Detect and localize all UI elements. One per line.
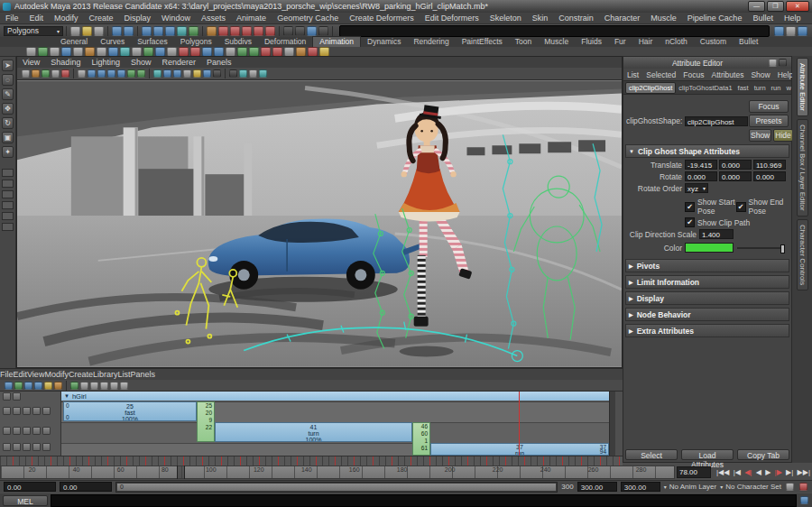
track-ghost-button[interactable]: [32, 443, 41, 451]
shelf-icon[interactable]: [97, 47, 106, 57]
trax-current-time-indicator[interactable]: [519, 392, 520, 456]
menu-item[interactable]: Modify: [49, 14, 84, 23]
trax-frame-all-icon[interactable]: [80, 382, 88, 390]
shelf-tab[interactable]: PaintEffects: [456, 37, 509, 47]
quick-selection-field[interactable]: [339, 25, 770, 37]
track-lock-button[interactable]: [23, 427, 31, 435]
redo-icon[interactable]: [124, 26, 134, 36]
collapsed-section-header[interactable]: ▶ Limit Information: [625, 275, 789, 289]
shelf-icon[interactable]: [50, 47, 60, 57]
lasso-select-tool-icon[interactable]: ◌: [2, 74, 14, 86]
menu-item[interactable]: Display: [119, 14, 157, 23]
minimize-button[interactable]: —: [748, 1, 765, 12]
snap-to-points-icon[interactable]: [165, 26, 175, 36]
object-selection-icon[interactable]: [254, 26, 263, 36]
shelf-icon[interactable]: [132, 47, 142, 57]
render-current-frame-icon[interactable]: [295, 26, 305, 36]
menu-item[interactable]: Bullet: [747, 14, 779, 23]
shelf-tab[interactable]: Curves: [94, 37, 131, 47]
color-swatch[interactable]: [685, 243, 734, 253]
rotate-order-dropdown[interactable]: xyz ▾: [685, 183, 708, 193]
trax-menu-item[interactable]: File: [0, 370, 14, 379]
shelf-icon[interactable]: [237, 47, 247, 57]
shelf-icon[interactable]: [167, 47, 177, 57]
construction-history-icon[interactable]: [230, 26, 240, 36]
trax-summary-track[interactable]: ▼ hGirl: [61, 392, 615, 401]
trax-graph-anim-curves-icon[interactable]: [100, 382, 108, 390]
paint-select-tool-icon[interactable]: ✎: [2, 88, 14, 100]
shelf-icon[interactable]: [85, 47, 95, 57]
textured-mode-icon[interactable]: [97, 69, 106, 78]
shelf-icon[interactable]: [308, 47, 318, 57]
step-back-key-button[interactable]: ◀|: [744, 466, 752, 478]
show-start-pose-checkbox[interactable]: ✔: [685, 202, 695, 212]
go-to-start-button[interactable]: |◀◀: [716, 466, 729, 478]
menu-item[interactable]: Animate: [231, 14, 272, 23]
menu-item[interactable]: Skin: [527, 14, 554, 23]
menu-item[interactable]: Skeleton: [484, 14, 527, 23]
shelf-icon[interactable]: [61, 47, 71, 57]
color-slider-handle[interactable]: [780, 244, 785, 254]
trax-menu-item[interactable]: Panels: [130, 370, 155, 379]
shelf-icon[interactable]: [26, 47, 36, 57]
shelf-tab[interactable]: Hair: [632, 37, 660, 47]
close-button[interactable]: ✕: [786, 1, 809, 12]
play-backwards-button[interactable]: ◀: [756, 466, 761, 478]
shelf-tab[interactable]: Fluids: [575, 37, 608, 47]
layout-persp-trax-button[interactable]: [2, 223, 14, 231]
shelf-tab[interactable]: Animation: [312, 36, 361, 47]
playback-end-field[interactable]: 300.00: [577, 482, 617, 492]
bookmark-icon[interactable]: [51, 69, 60, 78]
gate-mask-icon[interactable]: [183, 69, 191, 78]
maximize-button[interactable]: ❒: [767, 1, 784, 12]
attribute-editor-tab[interactable]: turn: [752, 83, 769, 93]
layout-four-pane-button[interactable]: [2, 180, 14, 188]
focus-button[interactable]: Focus: [749, 100, 789, 113]
blend-turn-run[interactable]: 4660161: [412, 422, 430, 456]
sidebar-toggle-attribute-editor-icon[interactable]: [774, 26, 784, 36]
color-slider[interactable]: [737, 247, 785, 249]
pin-panel-icon[interactable]: [769, 59, 777, 67]
new-scene-icon[interactable]: [70, 26, 80, 36]
show-clip-path-checkbox[interactable]: ✔: [685, 217, 695, 227]
layout-persp-outliner-button[interactable]: [2, 190, 14, 198]
menu-item[interactable]: Constrain: [553, 14, 599, 23]
snap-to-curves-icon[interactable]: [153, 26, 163, 36]
viewport-menu-item[interactable]: Lighting: [86, 58, 125, 67]
track-solo-button[interactable]: [13, 407, 21, 415]
shelf-icon[interactable]: [38, 47, 48, 57]
attribute-editor-menu-item[interactable]: Focus: [679, 70, 707, 79]
safe-action-icon[interactable]: [193, 69, 201, 78]
shelf-tab[interactable]: Muscle: [538, 37, 575, 47]
viewport-menu-item[interactable]: Panels: [201, 58, 237, 67]
play-forwards-button[interactable]: ▶: [765, 466, 770, 478]
rotate-y-field[interactable]: 0.000: [719, 171, 752, 181]
collapsed-section-header[interactable]: ▶ Node Behavior: [625, 308, 789, 321]
shelf-icon[interactable]: [296, 47, 306, 57]
trax-frame-ruler[interactable]: [0, 456, 623, 466]
collapsed-section-header[interactable]: ▶ Pivots: [625, 259, 789, 272]
collapsed-section-header[interactable]: ▶ Extra Attributes: [625, 324, 789, 337]
presets-button[interactable]: Presets: [749, 115, 789, 127]
track-lock-button[interactable]: [23, 443, 31, 451]
track-solo-button[interactable]: [13, 427, 21, 435]
shaded-mode-icon[interactable]: [88, 69, 96, 78]
layout-single-pane-button[interactable]: [2, 169, 14, 177]
shape-name-field[interactable]: clip2ClipGhost: [685, 116, 748, 126]
trax-move-clip-icon[interactable]: [5, 382, 13, 390]
lock-camera-icon[interactable]: [32, 69, 40, 78]
track-solo-button[interactable]: [13, 443, 21, 451]
track-ghost-button[interactable]: [32, 427, 41, 435]
exposure-icon[interactable]: [249, 69, 257, 78]
attribute-editor-tab[interactable]: fast: [735, 83, 752, 93]
attribute-editor-header[interactable]: Attribute Editor: [623, 57, 791, 69]
playback-options-icon[interactable]: [786, 483, 794, 491]
translate-z-field[interactable]: 110.969: [753, 160, 786, 170]
go-to-end-button[interactable]: ▶▶|: [798, 466, 810, 478]
wireframe-mode-icon[interactable]: [78, 69, 86, 78]
image-plane-icon[interactable]: [61, 69, 69, 78]
shelf-icon[interactable]: [226, 47, 235, 57]
menu-item[interactable]: Edit: [24, 14, 50, 23]
input-connections-icon[interactable]: [207, 26, 217, 36]
summary-camera-icon[interactable]: [13, 392, 21, 401]
